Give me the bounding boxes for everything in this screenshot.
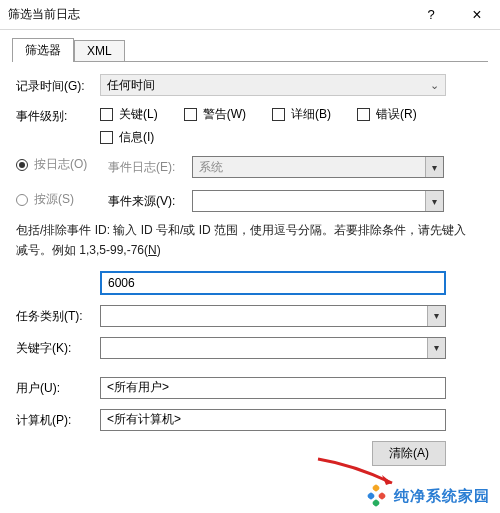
logged-time-value: 任何时间 bbox=[101, 77, 423, 94]
radio-by-log: 按日志(O) bbox=[16, 156, 100, 173]
label-keyword: 关键字(K): bbox=[16, 338, 100, 357]
chevron-down-icon: ⌄ bbox=[423, 75, 445, 95]
label-task: 任务类别(T): bbox=[16, 306, 100, 325]
chevron-down-icon: ▾ bbox=[427, 306, 445, 326]
event-log-value: 系统 bbox=[193, 159, 425, 176]
label-event-id-spacer bbox=[16, 282, 100, 284]
chevron-down-icon: ▾ bbox=[425, 157, 443, 177]
event-log-dropdown: 系统 ▾ bbox=[192, 156, 444, 178]
event-source-dropdown[interactable]: ▾ bbox=[192, 190, 444, 212]
help-button[interactable]: ? bbox=[408, 0, 454, 29]
titlebar: 筛选当前日志 ? × bbox=[0, 0, 500, 30]
filter-form: 记录时间(G): 任何时间 ⌄ 事件级别: 关键(L) 警告(W) 详细(B) … bbox=[12, 62, 488, 470]
chevron-down-icon: ▾ bbox=[427, 338, 445, 358]
label-event-source: 事件来源(V): bbox=[108, 193, 186, 210]
keyword-dropdown[interactable]: ▾ bbox=[100, 337, 446, 359]
label-user: 用户(U): bbox=[16, 378, 100, 397]
label-logged: 记录时间(G): bbox=[16, 76, 100, 95]
event-id-input[interactable]: 6006 bbox=[100, 271, 446, 295]
logged-time-dropdown[interactable]: 任何时间 ⌄ bbox=[100, 74, 446, 96]
event-id-value: 6006 bbox=[108, 276, 135, 290]
task-dropdown[interactable]: ▾ bbox=[100, 305, 446, 327]
tab-xml[interactable]: XML bbox=[74, 40, 125, 61]
watermark-text: 纯净系统家园 bbox=[394, 487, 490, 506]
label-event-log: 事件日志(E): bbox=[108, 159, 186, 176]
radio-by-source-label: 按源(S) bbox=[34, 191, 74, 208]
user-input[interactable]: <所有用户> bbox=[100, 377, 446, 399]
watermark: 纯净系统家园 bbox=[368, 485, 490, 507]
checkbox-info[interactable]: 信息(I) bbox=[100, 129, 154, 146]
radio-by-source: 按源(S) bbox=[16, 191, 100, 208]
computer-value: <所有计算机> bbox=[107, 411, 181, 428]
tab-strip: 筛选器 XML bbox=[12, 38, 488, 62]
checkbox-info-label: 信息(I) bbox=[119, 129, 154, 146]
checkbox-critical[interactable]: 关键(L) bbox=[100, 106, 158, 123]
checkbox-warning[interactable]: 警告(W) bbox=[184, 106, 246, 123]
checkbox-warning-label: 警告(W) bbox=[203, 106, 246, 123]
description-link[interactable]: N bbox=[148, 243, 157, 257]
checkbox-verbose-label: 详细(B) bbox=[291, 106, 331, 123]
radio-by-log-label: 按日志(O) bbox=[34, 156, 87, 173]
checkbox-critical-label: 关键(L) bbox=[119, 106, 158, 123]
clear-button[interactable]: 清除(A) bbox=[372, 441, 446, 466]
tab-filter[interactable]: 筛选器 bbox=[12, 38, 74, 62]
label-level: 事件级别: bbox=[16, 106, 100, 125]
radio-icon bbox=[16, 194, 28, 206]
window-title: 筛选当前日志 bbox=[8, 6, 80, 23]
label-computer: 计算机(P): bbox=[16, 410, 100, 429]
window-controls: ? × bbox=[408, 0, 500, 29]
event-id-description: 包括/排除事件 ID: 输入 ID 号和/或 ID 范围，使用逗号分隔。若要排除… bbox=[16, 220, 484, 261]
chevron-down-icon: ▾ bbox=[425, 191, 443, 211]
radio-icon bbox=[16, 159, 28, 171]
watermark-logo-icon bbox=[368, 485, 390, 507]
checkbox-error-label: 错误(R) bbox=[376, 106, 417, 123]
user-value: <所有用户> bbox=[107, 379, 169, 396]
computer-input[interactable]: <所有计算机> bbox=[100, 409, 446, 431]
checkbox-verbose[interactable]: 详细(B) bbox=[272, 106, 331, 123]
close-button[interactable]: × bbox=[454, 0, 500, 29]
client-area: 筛选器 XML 记录时间(G): 任何时间 ⌄ 事件级别: 关键(L) 警告(W… bbox=[0, 30, 500, 482]
checkbox-error[interactable]: 错误(R) bbox=[357, 106, 417, 123]
